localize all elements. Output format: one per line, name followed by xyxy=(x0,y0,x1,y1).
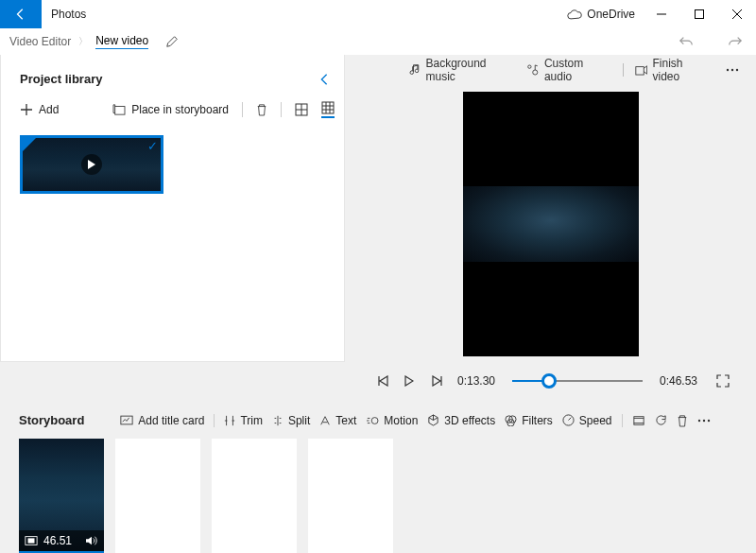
fullscreen-icon xyxy=(716,374,730,388)
export-icon xyxy=(635,64,647,76)
background-music-button[interactable]: Background music xyxy=(409,57,515,83)
storyboard-empty-slot[interactable] xyxy=(308,439,393,553)
ellipsis-icon xyxy=(726,68,739,72)
rotate-button[interactable] xyxy=(655,414,667,426)
close-button[interactable] xyxy=(718,0,756,28)
separator xyxy=(214,414,215,427)
resize-button[interactable] xyxy=(632,415,645,426)
place-label: Place in storyboard xyxy=(131,103,229,116)
plus-icon xyxy=(20,103,33,116)
app-title: Photos xyxy=(42,8,86,21)
storyboard-empty-slot[interactable] xyxy=(212,439,297,553)
text-button[interactable]: Text xyxy=(319,414,356,427)
grid-2x2-icon xyxy=(295,103,308,116)
seek-slider[interactable] xyxy=(512,380,643,382)
video-preview[interactable] xyxy=(463,92,639,356)
breadcrumb-root[interactable]: Video Editor xyxy=(9,35,71,48)
prev-frame-button[interactable] xyxy=(378,375,393,387)
svg-rect-4 xyxy=(322,102,334,113)
next-frame-button[interactable] xyxy=(431,375,446,387)
back-button[interactable] xyxy=(0,0,42,28)
svg-point-10 xyxy=(736,69,738,71)
svg-point-20 xyxy=(707,419,709,421)
bg-music-label: Background music xyxy=(426,57,516,83)
cube-icon xyxy=(427,414,439,426)
collapse-library-button[interactable] xyxy=(319,73,329,86)
svg-rect-1 xyxy=(696,10,704,19)
svg-rect-7 xyxy=(636,67,644,75)
speed-button[interactable]: Speed xyxy=(562,414,612,427)
storyboard-empty-slot[interactable] xyxy=(115,439,200,553)
split-button[interactable]: Split xyxy=(272,414,310,427)
library-clip[interactable]: ✓ xyxy=(20,135,163,194)
maximize-button[interactable] xyxy=(680,0,718,28)
rotate-icon xyxy=(655,414,667,426)
title-card-icon xyxy=(120,415,133,425)
play-icon xyxy=(81,154,102,175)
grid-3x3-icon xyxy=(321,101,335,114)
add-title-card-button[interactable]: Add title card xyxy=(120,414,204,427)
svg-rect-2 xyxy=(115,107,125,115)
delete-button[interactable] xyxy=(256,103,267,116)
svg-point-9 xyxy=(731,69,733,71)
skip-back-icon xyxy=(378,375,389,387)
undo-icon xyxy=(679,35,694,48)
svg-point-18 xyxy=(697,419,699,421)
play-button[interactable] xyxy=(404,375,420,387)
library-title: Project library xyxy=(20,72,319,86)
filters-label: Filters xyxy=(522,414,553,427)
svg-point-5 xyxy=(533,70,538,75)
pencil-icon xyxy=(165,35,179,48)
total-time: 0:46.53 xyxy=(660,374,697,388)
filters-button[interactable]: Filters xyxy=(505,414,553,427)
preview-panel: Background music Custom audio Finish vid… xyxy=(345,55,756,362)
trim-icon xyxy=(224,415,235,426)
project-library-panel: Project library Add Place in storyboard xyxy=(0,55,345,362)
motion-icon xyxy=(366,415,379,426)
fullscreen-button[interactable] xyxy=(716,374,731,388)
storyboard-delete-button[interactable] xyxy=(677,414,688,427)
text-icon xyxy=(319,415,331,426)
grid-view-large-button[interactable] xyxy=(295,103,308,116)
title-card-label: Add title card xyxy=(138,414,204,427)
grid-view-small-button[interactable] xyxy=(321,101,335,118)
add-label: Add xyxy=(39,103,59,116)
redo-icon xyxy=(728,35,743,48)
undo-button[interactable] xyxy=(665,35,707,48)
3d-effects-button[interactable]: 3D effects xyxy=(427,414,495,427)
custom-audio-label: Custom audio xyxy=(544,57,611,83)
storyboard-more-button[interactable] xyxy=(697,419,711,423)
svg-point-6 xyxy=(528,65,531,68)
separator xyxy=(623,63,624,77)
breadcrumb-current[interactable]: New video xyxy=(95,34,148,49)
add-media-button[interactable]: Add xyxy=(20,103,59,116)
cloud-icon xyxy=(567,9,582,20)
storyboard-clip[interactable]: 46.51 xyxy=(19,439,104,553)
trash-icon xyxy=(256,103,267,116)
speed-label: Speed xyxy=(579,414,612,427)
minimize-button[interactable] xyxy=(643,0,680,28)
separator xyxy=(281,102,282,117)
svg-point-8 xyxy=(727,69,729,71)
finish-label: Finish video xyxy=(652,57,711,83)
filters-icon xyxy=(505,414,517,426)
place-in-storyboard-button[interactable]: Place in storyboard xyxy=(112,103,229,116)
storyboard-title: Storyboard xyxy=(19,413,84,427)
trim-button[interactable]: Trim xyxy=(224,414,263,427)
check-icon: ✓ xyxy=(147,139,158,153)
svg-rect-11 xyxy=(121,416,132,424)
crop-icon xyxy=(632,415,645,426)
rename-button[interactable] xyxy=(165,35,179,48)
onedrive-button[interactable]: OneDrive xyxy=(559,0,643,28)
motion-button[interactable]: Motion xyxy=(366,414,418,427)
onedrive-label: OneDrive xyxy=(587,8,635,21)
place-icon xyxy=(112,104,126,115)
motion-label: Motion xyxy=(384,414,418,427)
more-button[interactable] xyxy=(726,68,739,72)
svg-rect-22 xyxy=(28,538,35,543)
finish-video-button[interactable]: Finish video xyxy=(635,57,711,83)
trash-icon xyxy=(677,414,688,427)
custom-audio-button[interactable]: Custom audio xyxy=(526,57,611,83)
redo-button[interactable] xyxy=(714,35,756,48)
ellipsis-icon xyxy=(697,419,711,423)
